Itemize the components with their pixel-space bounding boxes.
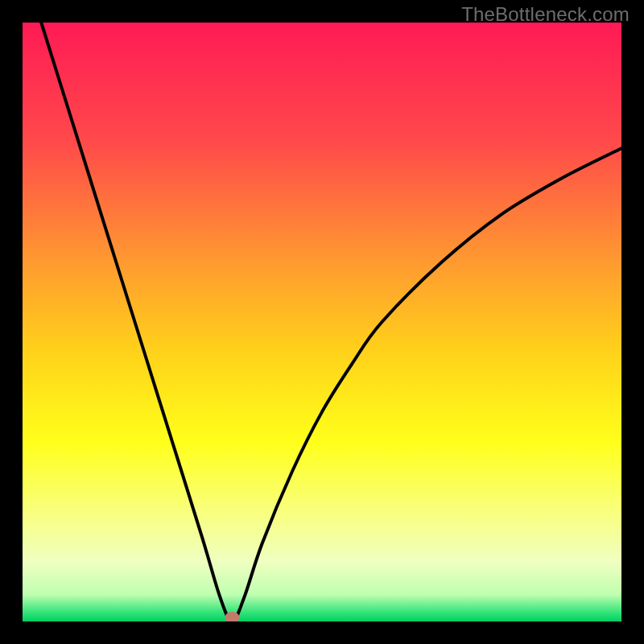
gradient-background	[23, 23, 621, 621]
chart-frame: TheBottleneck.com	[0, 0, 644, 644]
plot-area	[23, 23, 621, 621]
gradient-rect	[23, 23, 621, 621]
watermark-text: TheBottleneck.com	[461, 3, 630, 26]
